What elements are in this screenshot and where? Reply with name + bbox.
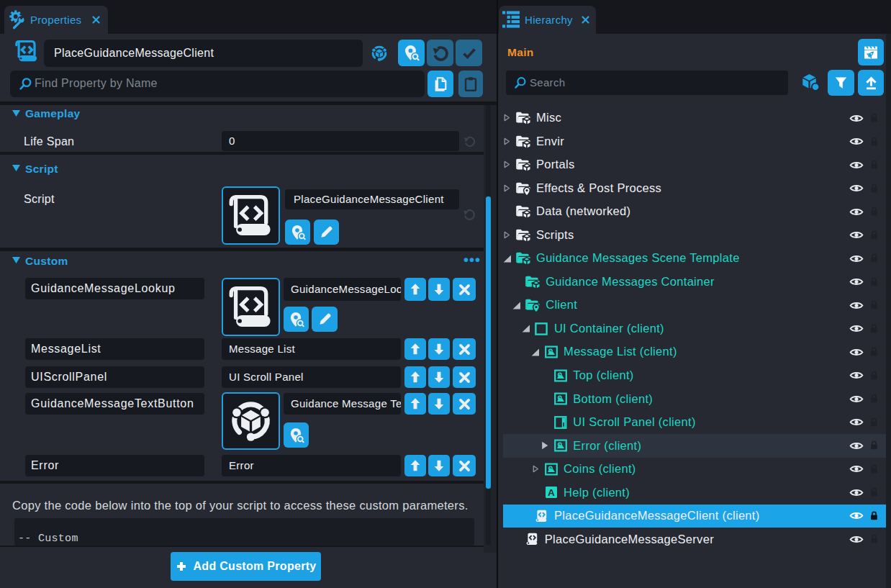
svg-text:A: A [548, 487, 555, 498]
